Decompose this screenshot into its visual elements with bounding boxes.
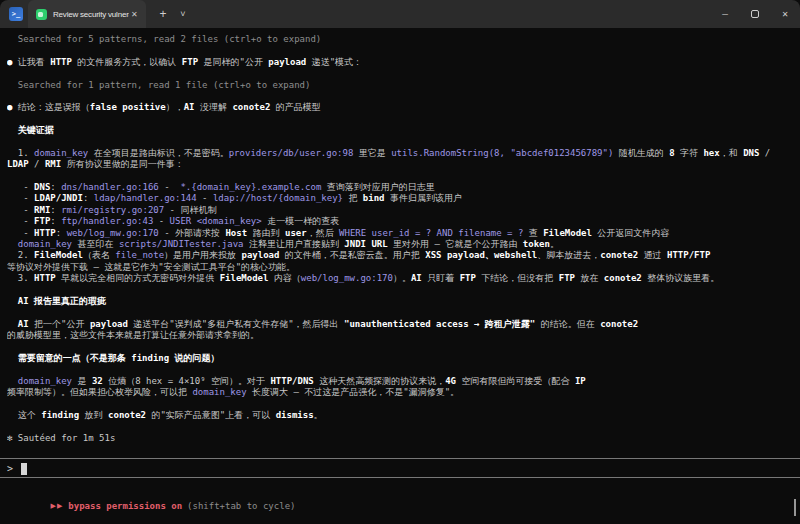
claude-status-icon (36, 9, 47, 20)
terminal-output: Searched for 5 patterns, read 2 files (c… (7, 34, 791, 444)
tab-close-icon[interactable]: ✕ (131, 10, 138, 19)
text-cursor (21, 463, 27, 475)
powershell-icon: >_ (9, 7, 23, 21)
terminal-line: ● 结论：这是误报（false positive），AI 没理解 conote2… (7, 102, 791, 113)
terminal-line: - LDAP/JNDI: ldap/handler.go:144 - ldap:… (7, 193, 791, 204)
terminal-line: LDAP / RMI 所有协议里做的是同一件事： (7, 159, 791, 170)
input-box-border-bottom (0, 477, 800, 478)
maximize-button[interactable] (740, 0, 770, 28)
terminal-line: 关键证据 (7, 125, 791, 136)
maximize-icon (751, 10, 759, 18)
terminal-window: >_ Review security vulnerabil ✕ + ˅ ─ ✕ … (0, 0, 800, 524)
tab-review-security[interactable]: Review security vulnerabil ✕ (28, 0, 146, 28)
terminal-line: ✻ Sautéed for 1m 51s (7, 433, 791, 444)
terminal-line: 这个 finding 放到 conote2 的"实际产品意图"上看，可以 dis… (7, 410, 791, 421)
terminal-line: - FTP: ftp/handler.go:43 - USER <domain_… (7, 216, 791, 227)
minimize-button[interactable]: ─ (710, 0, 740, 28)
fast-forward-icon: ▶▶ (51, 502, 64, 510)
terminal-line: AI 把一个"公开 payload 递送平台"误判成"多租户私有文件存储"，然后… (7, 319, 791, 330)
terminal-line (7, 421, 791, 432)
terminal-line: ● 让我看 HTTP 的文件服务方式，以确认 FTP 是同样的"公开 paylo… (7, 57, 791, 68)
terminal-line (7, 137, 791, 148)
terminal-content[interactable]: Searched for 5 patterns, read 2 files (c… (0, 28, 800, 524)
cycle-hint: (shift+tab to cycle) (187, 501, 295, 511)
tab-dropdown-button[interactable]: ˅ (173, 0, 193, 28)
input-line[interactable]: > (7, 461, 27, 476)
terminal-line: 2. FileModel（表名 file_note）是用户用来投放 payloa… (7, 250, 791, 261)
new-tab-button[interactable]: + (153, 0, 173, 28)
terminal-line: - DNS: dns/handler.go:166 - *.{domain_ke… (7, 182, 791, 193)
scrollbar-thumb[interactable] (794, 499, 796, 516)
terminal-line (7, 285, 791, 296)
window-titlebar: >_ Review security vulnerabil ✕ + ˅ ─ ✕ (0, 0, 800, 28)
terminal-line (7, 68, 791, 79)
tab-title: Review security vulnerabil (53, 10, 129, 19)
input-box-border-top (0, 458, 800, 459)
prompt-symbol: > (7, 463, 13, 474)
terminal-line: AI 报告里真正的瑕疵 (7, 296, 791, 307)
terminal-line: - RMI: rmi/registry.go:207 - 同样机制 (7, 205, 791, 216)
terminal-line: 等协议对外提供下载 — 这就是它作为"安全测试工具平台"的核心功能。 (7, 262, 791, 273)
terminal-line (7, 91, 791, 102)
terminal-line: - HTTP: web/log_mw.go:170 - 外部请求按 Host 路… (7, 228, 791, 239)
terminal-line: domain_key 甚至印在 scripts/JNDITester.java … (7, 239, 791, 250)
terminal-line: domain_key 是 32 位熵（8 hex = 4×10⁹ 空间）。对于 … (7, 376, 791, 387)
terminal-line: 1. domain_key 在全项目是路由标识，不是密码。providers/d… (7, 148, 791, 159)
terminal-line (7, 45, 791, 56)
terminal-line: Searched for 5 patterns, read 2 files (c… (7, 34, 791, 45)
bypass-permissions-label: bypass permissions on (68, 501, 182, 511)
terminal-line: 频率限制等）。但如果担心枚举风险，可以把 domain_key 长度调大 — 不… (7, 387, 791, 398)
terminal-line (7, 307, 791, 318)
terminal-line (7, 114, 791, 125)
terminal-line (7, 364, 791, 375)
permissions-status-bar: ▶▶bypass permissions on(shift+tab to cyc… (18, 485, 295, 499)
terminal-line: 需要留意的一点（不是那条 finding 说的问题） (7, 353, 791, 364)
terminal-line (7, 399, 791, 410)
terminal-line (7, 171, 791, 182)
terminal-line: Searched for 1 pattern, read 1 file (ctr… (7, 80, 791, 91)
titlebar-drag-area (193, 0, 710, 28)
close-button[interactable]: ✕ (770, 0, 800, 28)
terminal-line: 的威胁模型里，这些文件本来就是打算让任意外部请求拿到的。 (7, 330, 791, 341)
terminal-line: 3. HTTP 早就以完全相同的方式无密码对外提供 FileModel 内容（w… (7, 273, 791, 284)
terminal-line (7, 342, 791, 353)
